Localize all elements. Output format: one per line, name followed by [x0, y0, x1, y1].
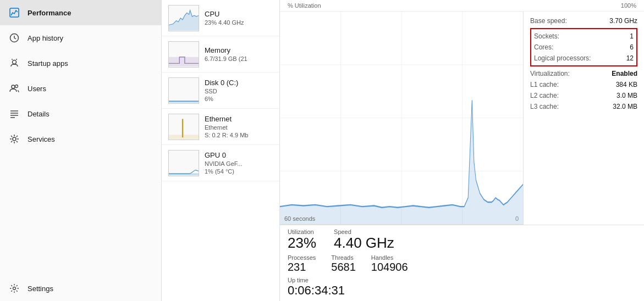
device-info-ethernet: Ethernet Ethernet S: 0.2 R: 4.9 Mb [205, 115, 273, 138]
threads-stat: Threads 5681 [331, 254, 356, 274]
device-item-memory[interactable]: Memory 6.7/31.9 GB (21 [162, 36, 279, 73]
utilization-value: 23% [288, 235, 316, 251]
sidebar-item-performance-label: Performance [27, 9, 71, 17]
uptime-area: Up time 0:06:34:31 [280, 276, 523, 301]
sidebar-item-app-history[interactable]: App history [0, 25, 161, 51]
graph-zero-label: 0 [515, 215, 519, 222]
cpu-graph-svg [280, 12, 523, 224]
device-memory-sub: 6.7/31.9 GB (21 [205, 55, 273, 62]
device-ethernet-sub2: S: 0.2 R: 4.9 Mb [205, 132, 273, 138]
utilization-axis-label: % Utilization [288, 2, 321, 9]
device-thumb-gpu [168, 150, 199, 176]
details-icon [9, 108, 20, 119]
l2-value: 3.0 MB [617, 92, 637, 99]
uptime-value: 0:06:34:31 [288, 283, 515, 298]
device-item-disk[interactable]: Disk 0 (C:) SSD 6% [162, 73, 279, 109]
users-icon [9, 83, 20, 94]
virtualization-row: Virtualization: Enabled [530, 68, 637, 79]
l1-label: L1 cache: [530, 81, 559, 88]
sidebar-item-app-history-label: App history [27, 34, 63, 42]
handles-stat: Handles 104906 [371, 254, 408, 274]
main-content: CPU 23% 4.40 GHz Memory 6.7/31.9 GB (21 [162, 0, 644, 301]
svg-line-20 [190, 170, 196, 174]
sidebar-item-details-label: Details [27, 110, 49, 118]
cpu-info-panel: Base speed: 3.70 GHz Sockets: 1 Cores: 6… [523, 12, 644, 225]
max-value-label: 100% [621, 2, 636, 9]
svg-point-6 [15, 85, 18, 88]
device-cpu-name: CPU [205, 10, 273, 18]
sidebar-item-settings[interactable]: Settings [0, 276, 161, 301]
sidebar-item-services[interactable]: Services [0, 126, 161, 152]
device-list: CPU 23% 4.40 GHz Memory 6.7/31.9 GB (21 [162, 0, 280, 301]
sidebar-item-users-label: Users [27, 85, 46, 93]
device-info-cpu: CPU 23% 4.40 GHz [205, 10, 273, 26]
cpu-graph-container: 60 seconds 0 [280, 12, 523, 225]
graph-header: % Utilization 100% [280, 0, 644, 12]
logical-value: 12 [626, 54, 634, 62]
base-speed-label: Base speed: [530, 17, 567, 25]
device-memory-name: Memory [205, 46, 273, 54]
handles-label: Handles [371, 254, 408, 261]
device-ethernet-sub1: Ethernet [205, 124, 273, 131]
processes-label: Processes [288, 254, 316, 261]
uptime-label: Up time [288, 277, 515, 283]
svg-rect-13 [169, 57, 199, 66]
device-disk-sub2: 6% [205, 96, 273, 102]
device-thumb-cpu [168, 5, 199, 31]
svg-point-11 [13, 137, 16, 141]
sidebar-item-services-label: Services [27, 135, 55, 143]
process-stats-row: Processes 231 Threads 5681 Handles 10490… [280, 253, 523, 276]
handles-value: 104906 [371, 261, 408, 274]
base-speed-value: 3.70 GHz [609, 17, 637, 25]
utilization-stat: Utilization 23% [288, 228, 316, 251]
cores-label: Cores: [534, 43, 553, 51]
processes-value: 231 [288, 261, 316, 274]
logical-row: Logical processors: 12 [534, 53, 634, 64]
l1-row: L1 cache: 384 KB [530, 79, 637, 90]
threads-value: 5681 [331, 261, 356, 274]
sockets-value: 1 [630, 32, 634, 40]
bottom-right-spacer [523, 225, 644, 301]
bottom-stats: Utilization 23% Speed 4.40 GHz Processes… [280, 225, 644, 301]
svg-line-21 [195, 170, 199, 171]
device-ethernet-name: Ethernet [205, 115, 273, 123]
device-thumb-memory [168, 41, 199, 68]
speed-value: 4.40 GHz [334, 235, 394, 251]
l3-value: 32.0 MB [613, 103, 637, 110]
svg-point-2 [13, 60, 16, 64]
cores-value: 6 [630, 43, 634, 51]
cores-row: Cores: 6 [534, 42, 634, 53]
sidebar-item-details[interactable]: Details [0, 101, 161, 126]
logical-label: Logical processors: [534, 54, 591, 62]
sidebar-item-startup-label: Startup apps [27, 59, 68, 68]
device-cpu-sub: 23% 4.40 GHz [205, 19, 273, 26]
sidebar-item-startup-apps[interactable]: Startup apps [0, 51, 161, 76]
svg-point-12 [13, 287, 16, 290]
sidebar: Performance App history Startup apps [0, 0, 162, 301]
device-disk-sub1: SSD [205, 88, 273, 94]
device-gpu-sub1: NVIDIA GeF... [205, 160, 273, 167]
device-gpu-name: GPU 0 [205, 151, 273, 159]
threads-label: Threads [331, 254, 356, 261]
l2-row: L2 cache: 3.0 MB [530, 90, 637, 101]
highlighted-specs-box: Sockets: 1 Cores: 6 Logical processors: … [530, 28, 637, 66]
device-item-gpu[interactable]: GPU 0 NVIDIA GeF... 1% (54 °C) [162, 145, 279, 181]
device-info-gpu: GPU 0 NVIDIA GeF... 1% (54 °C) [205, 151, 273, 175]
sidebar-item-users[interactable]: Users [0, 76, 161, 101]
startup-icon [9, 58, 20, 69]
device-item-ethernet[interactable]: Ethernet Ethernet S: 0.2 R: 4.9 Mb [162, 109, 279, 145]
l1-value: 384 KB [616, 81, 637, 88]
sidebar-item-performance[interactable]: Performance [0, 0, 161, 25]
settings-icon [9, 283, 20, 294]
svg-point-5 [12, 85, 15, 88]
device-disk-name: Disk 0 (C:) [205, 79, 273, 87]
main-stats-row: Utilization 23% Speed 4.40 GHz [280, 225, 523, 253]
services-icon [9, 133, 20, 144]
device-gpu-sub2: 1% (54 °C) [205, 168, 273, 175]
gauge-icon [9, 7, 20, 18]
l3-label: L3 cache: [530, 103, 559, 110]
device-item-cpu[interactable]: CPU 23% 4.40 GHz [162, 0, 279, 36]
sidebar-item-settings-label: Settings [27, 285, 53, 293]
sockets-row: Sockets: 1 [534, 31, 634, 42]
processes-stat: Processes 231 [288, 254, 316, 274]
